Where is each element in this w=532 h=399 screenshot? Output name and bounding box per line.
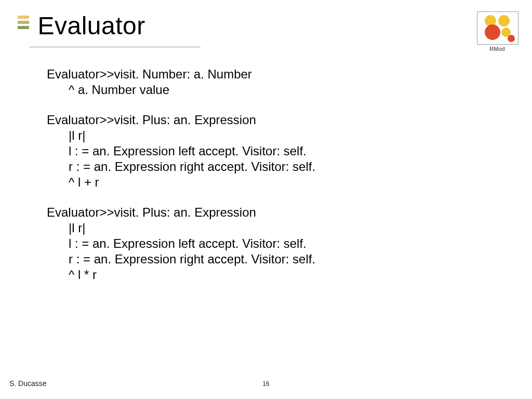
rmod-logo-box — [477, 11, 518, 45]
footer-page-number: 16 — [0, 380, 532, 388]
code-line: ^ l + r — [47, 175, 315, 190]
code-line: Evaluator>>visit. Plus: an. Expression — [47, 205, 315, 220]
accent-bar — [18, 16, 29, 19]
logo-dot-icon — [485, 24, 500, 40]
logo-dot-icon — [498, 15, 510, 26]
code-line: l : = an. Expression left accept. Visito… — [47, 236, 315, 251]
accent-bar — [18, 26, 29, 29]
title-underline — [29, 47, 201, 47]
code-line: l : = an. Expression left accept. Visito… — [47, 143, 315, 159]
code-line: r : = an. Expression right accept. Visit… — [47, 159, 315, 175]
rmod-logo-label: RMod — [477, 46, 517, 52]
code-line: |l r| — [47, 220, 315, 236]
code-line: Evaluator>>visit. Number: a. Number — [47, 66, 315, 82]
code-line: Evaluator>>visit. Plus: an. Expression — [47, 112, 315, 128]
code-method-2: Evaluator>>visit. Plus: an. Expression |… — [47, 112, 315, 190]
code-line: r : = an. Expression right accept. Visit… — [47, 251, 315, 267]
title-accent-bars — [18, 16, 29, 31]
slide-title-block: Evaluator — [18, 11, 145, 40]
code-method-1: Evaluator>>visit. Number: a. Number ^ a.… — [47, 66, 315, 98]
logo-dot-icon — [508, 35, 515, 42]
slide-title: Evaluator — [37, 11, 145, 40]
code-line: ^ a. Number value — [47, 82, 315, 98]
code-line: ^ l * r — [47, 267, 315, 283]
slide-body: Evaluator>>visit. Number: a. Number ^ a.… — [47, 66, 315, 297]
code-method-3: Evaluator>>visit. Plus: an. Expression |… — [47, 205, 315, 283]
accent-bar — [18, 21, 29, 24]
rmod-logo: RMod — [477, 11, 517, 52]
code-line: |l r| — [47, 128, 315, 143]
